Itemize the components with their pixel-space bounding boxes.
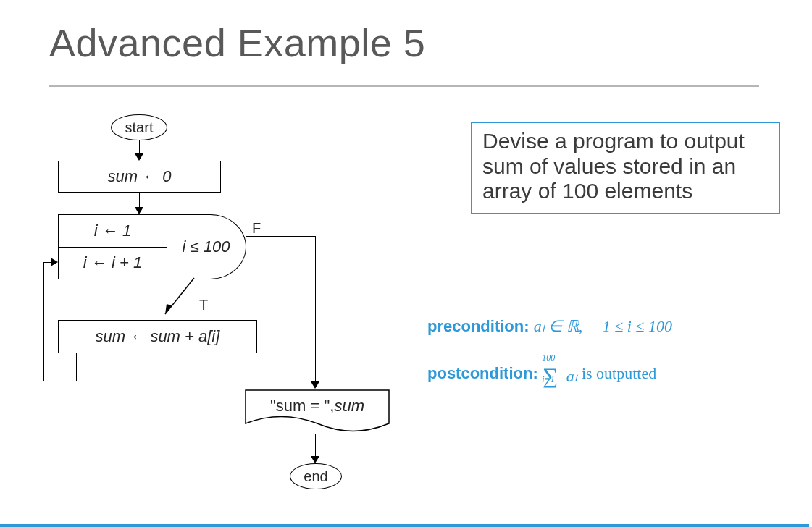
process-text: sum ← 0 [107,167,171,186]
precondition: precondition: aᵢ ∈ ℝ, 1 ≤ i ≤ 100 [427,317,672,336]
loop-left-block: i ← 1 i ← i + 1 [58,214,167,279]
svg-line-0 [165,278,194,314]
process-text: sum ← sum + a[i] [96,327,220,346]
process-init-sum: sum ← 0 [58,161,221,193]
sum-upper: 100 [542,353,555,363]
slide: Advanced Example 5 start sum ← 0 i ← 1 i… [0,0,812,527]
postcondition-tail: is outputted [582,364,656,382]
flowchart: start sum ← 0 i ← 1 i ← i + 1 i ≤ 100 F … [43,109,420,521]
slide-title: Advanced Example 5 [49,20,425,65]
sum-lower: i=1 [542,374,554,385]
loop-condition: i ≤ 100 [167,214,246,279]
accent-bar [0,524,809,527]
description-box: Devise a program to output sum of values… [471,122,780,214]
label-false: F [252,220,261,237]
sum-term: aᵢ [566,367,577,385]
terminator-end: end [290,463,342,489]
arrow [43,262,44,381]
arrowhead-icon [51,258,58,266]
loop-step: i ← i + 1 [59,248,167,279]
output-prefix: "sum = ", [270,397,334,416]
precondition-label: precondition: [427,317,530,335]
terminator-start: start [111,114,167,140]
loop-init: i ← 1 [59,215,167,247]
arrowhead-icon [135,153,143,161]
arrow-diagonal [165,278,201,321]
output-var: sum [334,397,364,416]
precondition-expr: aᵢ ∈ ℝ, 1 ≤ i ≤ 100 [534,317,672,335]
arrow [246,236,315,237]
output-text-wrap: "sum = ", sum [245,389,390,423]
arrow [315,434,316,459]
arrowhead-icon [311,381,319,389]
arrow [43,381,76,381]
postcondition: postcondition: ∑100i=1 aᵢ is outputted [427,362,656,387]
process-body: sum ← sum + a[i] [58,320,257,353]
arrow [315,236,316,384]
arrowhead-icon [135,207,143,214]
arrowhead-icon [311,456,319,463]
postcondition-label: postcondition: [427,364,538,382]
svg-marker-1 [165,304,172,314]
title-divider [49,85,759,87]
arrow [76,353,77,381]
